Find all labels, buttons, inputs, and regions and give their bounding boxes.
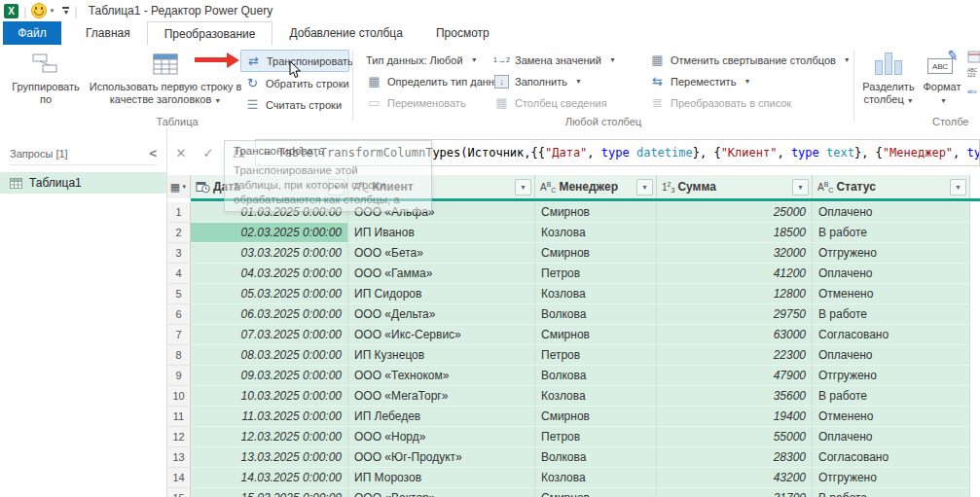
replace-values-button[interactable]: 1→2 Замена значений ▼: [490, 50, 643, 70]
row-number[interactable]: 4: [167, 264, 191, 284]
cell-Дата[interactable]: 09.03.2025 0:00:00: [191, 366, 348, 386]
cell-Дата[interactable]: 14.03.2025 0:00:00: [191, 468, 348, 488]
cell-Менеджер[interactable]: Козлова: [535, 284, 657, 304]
cell-Клиент[interactable]: ООО «Дельта»: [348, 304, 535, 325]
cell-Статус[interactable]: Оплачено: [813, 427, 970, 447]
cell-Клиент[interactable]: ИП Иванов: [348, 223, 535, 243]
row-number[interactable]: 13: [167, 447, 191, 468]
cell-Сумма[interactable]: 55000: [657, 427, 813, 447]
cell-Клиент[interactable]: ООО «МегаТорг»: [348, 386, 535, 407]
row-number[interactable]: 14: [167, 468, 191, 488]
cell-Сумма[interactable]: 22300: [657, 345, 813, 366]
cell-Менеджер[interactable]: Волкова: [535, 447, 657, 468]
cell-Сумма[interactable]: 47900: [657, 366, 813, 386]
cell-Статус[interactable]: В работе: [813, 304, 970, 325]
cell-Клиент[interactable]: ИП Сидоров: [348, 284, 535, 304]
cell-Менеджер[interactable]: Петров: [535, 345, 657, 366]
cell-Менеджер[interactable]: Смирнов: [535, 407, 657, 427]
cell-Статус[interactable]: В работе: [813, 223, 970, 243]
filter-button-klient[interactable]: ▼: [515, 179, 531, 195]
cell-Сумма[interactable]: 41200: [657, 264, 813, 284]
filter-button-summa[interactable]: ▼: [792, 179, 809, 195]
tab-transform[interactable]: Преобразование: [147, 21, 273, 46]
statistics-icon[interactable]: АВС123: [967, 68, 980, 84]
cell-Менеджер[interactable]: Козлова: [535, 468, 657, 488]
cell-Сумма[interactable]: 32000: [657, 243, 813, 264]
parse-icon[interactable]: abc: [967, 89, 980, 103]
row-number[interactable]: 15: [167, 488, 191, 497]
cell-Менеджер[interactable]: Смирнов: [535, 243, 657, 264]
row-number[interactable]: 5: [167, 284, 191, 304]
tab-home[interactable]: Главная: [69, 21, 147, 45]
row-number[interactable]: 3: [167, 243, 191, 264]
cell-Клиент[interactable]: ООО «Гамма»: [348, 264, 535, 284]
cell-Дата[interactable]: 12.03.2025 0:00:00: [191, 427, 348, 447]
smiley-dropdown-icon[interactable]: ▼: [49, 8, 54, 14]
cell-Статус[interactable]: Оплачено: [813, 345, 970, 366]
tab-add-column[interactable]: Добавление столбца: [272, 21, 419, 45]
cell-Клиент[interactable]: ИП Морозов: [348, 468, 535, 488]
column-header-status[interactable]: ABC Статус ▼: [813, 175, 970, 198]
cell-Дата[interactable]: 06.03.2025 0:00:00: [191, 304, 348, 325]
cell-Менеджер[interactable]: Волкова: [535, 366, 657, 386]
cell-Статус[interactable]: Оплачено: [813, 202, 970, 223]
cell-Статус[interactable]: Отгружено: [813, 468, 970, 488]
cell-Статус[interactable]: В работе: [813, 386, 970, 407]
cell-Статус[interactable]: Согласовано: [813, 325, 970, 345]
cell-Сумма[interactable]: 63000: [657, 325, 813, 345]
cell-Дата[interactable]: 04.03.2025 0:00:00: [191, 264, 348, 284]
cell-Статус[interactable]: Отменено: [813, 284, 970, 304]
cell-Клиент[interactable]: ИП Кузнецов: [348, 345, 535, 366]
count-rows-button[interactable]: ☰ Считать строки: [240, 94, 349, 115]
cell-Сумма[interactable]: 19400: [657, 407, 813, 427]
customize-toolbar-icon[interactable]: ▼: [62, 7, 69, 15]
cell-Клиент[interactable]: ООО «Вектор»: [348, 488, 535, 497]
filter-button-status[interactable]: ▼: [950, 179, 966, 195]
cell-Менеджер[interactable]: Петров: [535, 427, 657, 447]
cell-Статус[interactable]: Согласовано: [813, 447, 970, 468]
cell-Статус[interactable]: Отменено: [813, 407, 970, 427]
unpivot-columns-button[interactable]: ▦ Отменить свертывание столбцов ▼: [645, 50, 850, 70]
cell-Сумма[interactable]: 43200: [657, 468, 813, 488]
table-select-button[interactable]: ▦▼: [167, 175, 191, 198]
row-number[interactable]: 8: [167, 345, 191, 366]
cell-Сумма[interactable]: 25000: [657, 202, 813, 223]
cell-Менеджер[interactable]: Козлова: [535, 223, 657, 243]
cell-Клиент[interactable]: ООО «Бета»: [348, 243, 535, 264]
cell-Дата[interactable]: 10.03.2025 0:00:00: [191, 386, 348, 407]
cell-Сумма[interactable]: 12800: [657, 284, 813, 304]
cell-Менеджер[interactable]: Смирнов: [535, 488, 657, 497]
cell-Клиент[interactable]: ИП Лебедев: [348, 407, 535, 427]
collapse-pane-icon[interactable]: <: [149, 146, 157, 160]
cell-Статус[interactable]: В работе: [813, 488, 970, 497]
row-number[interactable]: 2: [167, 223, 191, 243]
group-by-button[interactable]: Группировать по: [6, 48, 86, 106]
cell-Менеджер[interactable]: Козлова: [535, 386, 657, 407]
row-number[interactable]: 12: [167, 427, 191, 447]
row-number[interactable]: 1: [167, 202, 191, 223]
row-number[interactable]: 9: [167, 366, 191, 386]
cell-Дата[interactable]: 08.03.2025 0:00:00: [191, 345, 348, 366]
detect-data-type-button[interactable]: ▦ Определить тип данных: [362, 71, 490, 91]
cell-Статус[interactable]: Отгружено: [813, 243, 970, 264]
cell-Статус[interactable]: Оплачено: [813, 264, 970, 284]
cell-Клиент[interactable]: ООО «Техноком»: [348, 366, 535, 386]
cancel-formula-button[interactable]: ✕: [167, 146, 195, 160]
cell-Сумма[interactable]: 29750: [657, 304, 813, 325]
split-column-button[interactable]: Разделить столбец▼: [859, 48, 918, 107]
cell-Дата[interactable]: 07.03.2025 0:00:00: [191, 325, 348, 345]
cell-Менеджер[interactable]: Смирнов: [535, 202, 657, 223]
extract-icon[interactable]: [967, 51, 980, 64]
commit-formula-button[interactable]: ✓: [195, 146, 222, 160]
move-button[interactable]: ⇆ Переместить ▼: [645, 71, 850, 91]
row-number[interactable]: 6: [167, 304, 191, 325]
feedback-smiley-icon[interactable]: [31, 3, 47, 18]
cell-Дата[interactable]: 15.03.2025 0:00:00: [191, 488, 348, 497]
row-number[interactable]: 11: [167, 407, 191, 427]
cell-Дата[interactable]: 03.03.2025 0:00:00: [191, 243, 348, 264]
cell-Дата[interactable]: 11.03.2025 0:00:00: [191, 407, 348, 427]
cell-Менеджер[interactable]: Волкова: [535, 304, 657, 325]
cell-Статус[interactable]: Отгружено: [813, 366, 970, 386]
row-number[interactable]: 10: [167, 386, 191, 407]
format-button[interactable]: АВС✎ Формат▼: [918, 48, 966, 107]
